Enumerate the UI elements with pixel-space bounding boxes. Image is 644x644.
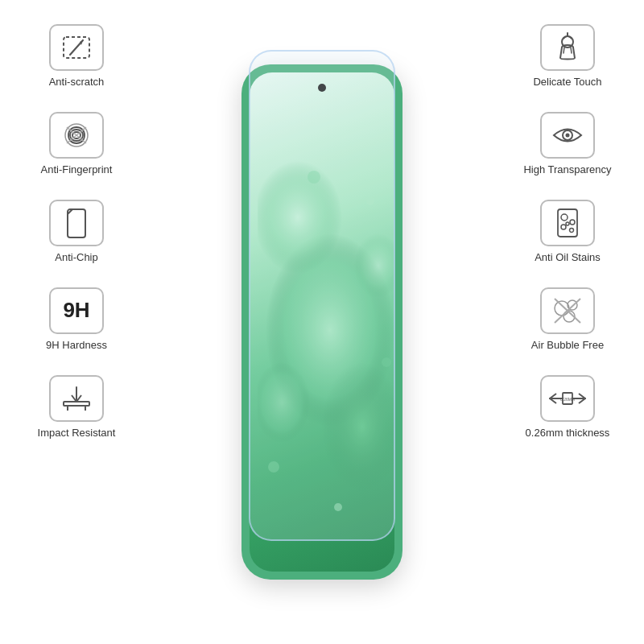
- anti-oil-label: Anti Oil Stains: [535, 251, 601, 265]
- nine-h-text: 9H: [63, 298, 89, 323]
- nine-h-icon-box: 9H: [49, 287, 104, 334]
- feature-anti-chip: Anti-Chip: [24, 200, 129, 265]
- oil-icon: [550, 206, 585, 240]
- svg-line-24: [564, 47, 564, 53]
- anti-chip-icon-box: [49, 200, 104, 246]
- feature-anti-oil: Anti Oil Stains: [515, 200, 620, 265]
- svg-rect-6: [68, 209, 85, 237]
- feature-anti-scratch: Anti-scratch: [24, 24, 129, 89]
- svg-point-13: [258, 161, 342, 274]
- thickness-icon-box: 0.26MM: [540, 375, 595, 422]
- svg-point-27: [566, 133, 570, 137]
- camera-dot: [318, 84, 326, 92]
- screen-art-svg: [258, 121, 394, 547]
- anti-fingerprint-icon-box: [49, 112, 104, 159]
- svg-point-29: [561, 214, 568, 221]
- anti-scratch-label: Anti-scratch: [49, 76, 105, 89]
- thickness-icon: 0.26MM: [545, 382, 590, 415]
- feature-high-transparency: High Transparency: [515, 112, 620, 177]
- high-transparency-icon-box: [540, 112, 595, 159]
- air-bubble-icon-box: [540, 287, 595, 334]
- thickness-label: 0.26mm thickness: [526, 427, 610, 440]
- phone-outer: [242, 64, 402, 580]
- impact-icon: [57, 384, 96, 413]
- touch-icon: [551, 31, 584, 64]
- anti-oil-icon-box: [540, 200, 595, 246]
- svg-point-21: [334, 503, 342, 511]
- feature-anti-fingerprint: Anti-Fingerprint: [24, 112, 129, 177]
- nine-h-label: 9H Hardness: [46, 339, 107, 353]
- fingerprint-icon: [59, 119, 94, 151]
- anti-chip-label: Anti-Chip: [55, 251, 97, 265]
- features-right: Delicate Touch High Transparency: [515, 24, 620, 440]
- svg-point-18: [366, 197, 374, 205]
- anti-scratch-icon-box: [49, 24, 104, 71]
- phone-screen: [250, 72, 394, 572]
- features-left: Anti-scratch Anti-Fingerp: [24, 24, 129, 440]
- scratch-icon: [59, 32, 94, 63]
- feature-thickness: 0.26MM 0.26mm thickness: [515, 375, 620, 440]
- svg-point-17: [308, 171, 320, 184]
- feature-delicate-touch: Delicate Touch: [515, 24, 620, 89]
- air-bubble-free-label: Air Bubble Free: [531, 339, 604, 353]
- svg-point-34: [555, 301, 569, 316]
- delicate-touch-icon-box: [540, 24, 595, 71]
- feature-9h-hardness: 9H 9H Hardness: [24, 287, 129, 353]
- high-transparency-label: High Transparency: [523, 163, 611, 177]
- svg-point-30: [570, 220, 575, 225]
- chip-icon: [61, 206, 92, 240]
- main-container: Anti-scratch Anti-Fingerp: [0, 0, 644, 644]
- svg-text:0.26MM: 0.26MM: [560, 397, 575, 402]
- anti-fingerprint-label: Anti-Fingerprint: [41, 163, 113, 177]
- feature-air-bubble-free: Air Bubble Free: [515, 287, 620, 353]
- phone-wrapper: [242, 64, 402, 580]
- svg-point-19: [382, 357, 391, 367]
- svg-point-31: [561, 225, 566, 229]
- svg-point-32: [570, 228, 574, 232]
- impact-icon-box: [49, 375, 104, 422]
- delicate-touch-label: Delicate Touch: [533, 76, 601, 89]
- screen-art: [258, 121, 386, 555]
- eye-icon: [550, 120, 585, 151]
- svg-point-20: [268, 461, 279, 473]
- svg-line-25: [571, 47, 572, 53]
- svg-point-33: [566, 222, 569, 225]
- impact-resistant-label: Impact Resistant: [38, 427, 116, 440]
- feature-impact-resistant: Impact Resistant: [24, 375, 129, 440]
- bubble-icon: [550, 294, 585, 328]
